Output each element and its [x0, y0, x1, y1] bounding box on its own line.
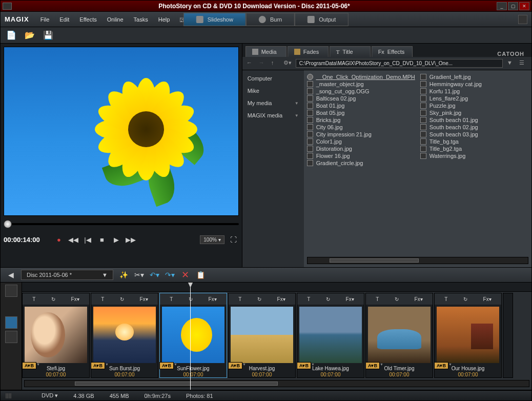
scrub-handle[interactable]	[4, 220, 12, 228]
file-item[interactable]: _song_cut_ogg.OGG	[307, 88, 415, 95]
nav-options[interactable]: ⚙▾	[283, 59, 292, 68]
menu-edit[interactable]: Edit	[55, 14, 73, 25]
file-item[interactable]: Title_bg2.tga	[420, 145, 528, 152]
file-item[interactable]: Title_bg.tga	[420, 138, 528, 145]
timeline-clip[interactable]: T ↻ Fx▾ Our House.jpg 00:07:00 A▾B	[434, 293, 502, 378]
file-item[interactable]: Bricks.jpg	[307, 116, 415, 124]
view-mode[interactable]: ☰	[519, 59, 527, 68]
fastfwd-button[interactable]: ▶▶	[126, 234, 136, 245]
menu-file[interactable]: File	[36, 14, 54, 25]
transition-badge[interactable]: A▾B	[365, 362, 380, 369]
tree-item[interactable]: Computer	[245, 74, 301, 83]
tree-item[interactable]: My media▼	[245, 99, 301, 107]
tl-paste[interactable]: 📋	[195, 270, 206, 280]
file-item[interactable]: Lens_flare2.jpg	[420, 95, 528, 102]
file-item[interactable]: Korfu 11.jpg	[420, 88, 528, 95]
clip-fx-button[interactable]: Fx▾	[70, 296, 81, 302]
mode-slideshow[interactable]: Slideshow	[183, 13, 246, 26]
timeline-clip[interactable]	[503, 293, 513, 378]
stop-button[interactable]: ■	[97, 234, 107, 245]
tl-redo[interactable]: ↷▾	[165, 270, 175, 280]
timeline-clip[interactable]: T ↻ Fx▾ Lake Hawea.jpg 00:07:00 A▾B	[297, 293, 364, 378]
rewind-button[interactable]: ◀◀	[68, 234, 78, 245]
file-item[interactable]: South beach 02.jpg	[420, 124, 528, 131]
disc-select[interactable]: Disc 2011-05-06 *▼	[21, 270, 113, 280]
menu-effects[interactable]: Effects	[75, 14, 100, 25]
timeline-ruler[interactable]	[22, 283, 531, 292]
maximize-button[interactable]: ▢	[508, 2, 518, 10]
path-field[interactable]: C:\ProgramData\MAGIX\PhotoStory_on_CD_DV…	[296, 59, 503, 68]
transition-badge[interactable]: A▾B	[91, 362, 105, 369]
nav-forward[interactable]: →	[259, 59, 267, 68]
catooh-logo[interactable]: CATOOH	[497, 51, 528, 57]
view-storyboard-button[interactable]	[5, 316, 17, 329]
status-dvd[interactable]: DVD ▾	[42, 392, 58, 399]
file-item[interactable]: Distoration.jpg	[307, 145, 415, 152]
file-item[interactable]: _master_object.jpg	[307, 81, 415, 88]
menu-tasks[interactable]: Tasks	[130, 14, 152, 25]
file-item[interactable]: Gradient_left.jpg	[420, 73, 528, 81]
prev-button[interactable]: |◀	[83, 234, 93, 245]
clip-rotate-button[interactable]: ↻	[393, 296, 400, 302]
clip-fx-button[interactable]: Fx▾	[413, 296, 424, 302]
file-item[interactable]: Boat 01.jpg	[307, 102, 415, 109]
view-timeline-button[interactable]	[5, 331, 17, 343]
clip-title-button[interactable]: T	[305, 296, 312, 302]
file-item[interactable]: Balticsea 02.jpg	[307, 95, 415, 102]
view-grid-button[interactable]	[5, 285, 17, 297]
clip-title-button[interactable]: T	[99, 296, 106, 302]
new-button[interactable]	[6, 30, 17, 41]
clip-rotate-button[interactable]: ↻	[187, 296, 194, 302]
file-item[interactable]: Flower 16.jpg	[307, 152, 415, 159]
timeline-clip[interactable]: T ↻ Fx▾ SunFlower.jpg 00:07:00 A▾B	[159, 293, 227, 378]
zoom-select[interactable]: 100% ▾	[200, 235, 224, 244]
file-item[interactable]: City impression 21.jpg	[307, 131, 415, 138]
save-button[interactable]	[43, 30, 54, 41]
minimize-button[interactable]: _	[497, 2, 507, 10]
menu-settings[interactable]	[518, 15, 527, 24]
file-item[interactable]: Sky_pink.jpg	[420, 109, 528, 116]
clip-rotate-button[interactable]: ↻	[462, 296, 469, 302]
menu-help[interactable]: Help	[154, 14, 174, 25]
file-item[interactable]: South beach 03.jpg	[420, 131, 528, 138]
file-item[interactable]: Puzzle.jpg	[420, 102, 528, 109]
transition-badge[interactable]: A▾B	[297, 362, 311, 369]
clip-title-button[interactable]: T	[237, 296, 243, 302]
clip-fx-button[interactable]: Fx▾	[344, 296, 356, 302]
clip-rotate-button[interactable]: ↻	[50, 296, 57, 302]
transition-badge[interactable]: A▾B	[22, 362, 36, 369]
path-dropdown[interactable]: ▼	[507, 59, 515, 68]
file-item[interactable]: __One_Click_Optimization_Demo.MPH	[307, 73, 415, 81]
clip-fx-button[interactable]: Fx▾	[138, 296, 150, 302]
tl-delete[interactable]: ✕	[180, 270, 190, 280]
file-item[interactable]: Boat 05.jpg	[307, 109, 415, 116]
transition-badge[interactable]: A▾B	[434, 362, 448, 369]
clip-title-button[interactable]: T	[443, 296, 449, 302]
clip-fx-button[interactable]: Fx▾	[276, 296, 287, 302]
tree-item[interactable]: MAGIX media▼	[245, 111, 301, 119]
scrub-bar[interactable]	[4, 219, 239, 229]
timeline-clip[interactable]: T ↻ Fx▾ Harvest.jpg 00:07:00 A▾B	[228, 293, 296, 378]
close-button[interactable]: ✕	[519, 2, 529, 10]
tab-title[interactable]: TTitle	[330, 46, 371, 57]
menu-online[interactable]: Online	[103, 14, 128, 25]
transition-badge[interactable]: A▾B	[159, 362, 174, 369]
record-button[interactable]: ●	[54, 234, 64, 245]
tl-undo[interactable]: ↶▾	[149, 270, 159, 280]
file-item[interactable]: Hemmingway cat.jpg	[420, 81, 528, 88]
nav-back[interactable]: ←	[247, 59, 255, 68]
tab-effects[interactable]: FxEffects	[372, 46, 413, 57]
file-item[interactable]: Gradient_circle.jpg	[307, 159, 415, 167]
file-hscroll[interactable]	[307, 257, 528, 264]
clip-rotate-button[interactable]: ↻	[256, 296, 263, 302]
tl-collapse[interactable]: ◀	[6, 270, 16, 280]
file-item[interactable]: City 06.jpg	[307, 124, 415, 131]
tab-media[interactable]: Media	[245, 46, 287, 57]
tab-fades[interactable]: Fades	[288, 46, 329, 57]
file-item[interactable]: Color1.jpg	[307, 138, 415, 145]
timeline-hscroll[interactable]	[24, 380, 529, 387]
clip-title-button[interactable]: T	[31, 296, 37, 302]
file-item[interactable]: Waterrings.jpg	[420, 152, 528, 159]
clip-title-button[interactable]: T	[168, 296, 174, 302]
tl-split[interactable]: ✂▾	[134, 270, 144, 280]
